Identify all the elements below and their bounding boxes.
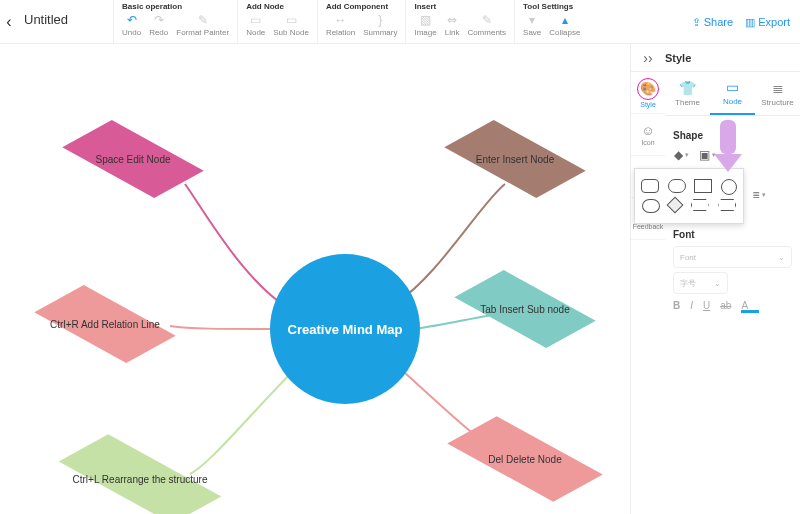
node-enter-insert[interactable]: Enter Insert Node [450, 124, 580, 194]
tab-theme[interactable]: 👕Theme [665, 72, 710, 115]
center-node[interactable]: Creative Mind Map [270, 254, 420, 404]
shape-rounded-rect[interactable] [641, 179, 659, 193]
node-del[interactable]: Del Delete Node [450, 424, 600, 494]
toolbar-rel[interactable]: ↔Relation [326, 13, 355, 37]
shape-picker-button[interactable]: ▣ [699, 147, 715, 163]
sidetab-icon[interactable]: ☺Icon [631, 114, 665, 156]
toolbar-img[interactable]: ▧Image [414, 13, 436, 37]
toolbar-sum[interactable]: }Summary [363, 13, 397, 37]
toolbar-col[interactable]: ▴Collapse [549, 13, 580, 37]
tutorial-arrow [720, 120, 742, 172]
node-add-relation[interactable]: Ctrl+R Add Relation Line [40, 289, 170, 359]
export-button[interactable]: ▥ Export [745, 16, 790, 29]
toolbar-link[interactable]: ⇔Link [445, 13, 460, 37]
bold-button[interactable]: B [673, 300, 680, 313]
node-rearrange[interactable]: Ctrl+L Rearrange the structure [60, 444, 220, 514]
font-size-select[interactable]: 字号⌄ [673, 272, 728, 294]
section-font: Font [673, 229, 792, 240]
shape-circle[interactable] [721, 179, 737, 195]
font-color-button[interactable]: A [741, 300, 759, 313]
node-space-edit[interactable]: Space Edit Node [68, 124, 198, 194]
toolbar-node[interactable]: ▭Node [246, 13, 265, 37]
mindmap-canvas[interactable]: Creative Mind Map Space Edit Node Ctrl+R… [0, 44, 630, 514]
collapse-panel-button[interactable]: ›› [631, 50, 665, 66]
shape-pill[interactable] [668, 179, 686, 193]
tab-node[interactable]: ▭Node [710, 72, 755, 115]
shape-diamond[interactable] [667, 197, 684, 214]
right-panel: ›› Style 🎨Style☺Icon↺History🔧Feedback 👕T… [630, 44, 800, 514]
toolbar-subnode[interactable]: ▭Sub Node [273, 13, 309, 37]
sidetab-style[interactable]: 🎨Style [631, 72, 665, 114]
tab-structure[interactable]: ≣Structure [755, 72, 800, 115]
italic-button[interactable]: I [690, 300, 693, 313]
fill-color-button[interactable]: ◆ [673, 147, 689, 163]
node-tab-sub[interactable]: Tab Insert Sub node [460, 274, 590, 344]
toolbar-com[interactable]: ✎Comments [467, 13, 506, 37]
shape-hexagon[interactable] [691, 199, 709, 211]
share-button[interactable]: ⇪ Share [692, 16, 733, 29]
toolbar-redo[interactable]: ↷Redo [149, 13, 168, 37]
underline-button[interactable]: U [703, 300, 710, 313]
shape-popup [634, 168, 744, 224]
shape-rect[interactable] [694, 179, 712, 193]
font-family-select[interactable]: Font⌄ [673, 246, 792, 268]
strike-button[interactable]: ab [720, 300, 731, 313]
document-title[interactable]: Untitled [18, 0, 113, 39]
toolbar-save[interactable]: ▾Save [523, 13, 541, 37]
toolbar-fmt[interactable]: ✎Format Painter [176, 13, 229, 37]
back-button[interactable]: ‹ [0, 0, 18, 44]
align-button[interactable]: ≡ [751, 187, 767, 203]
panel-title: Style [665, 52, 691, 64]
shape-ellipse[interactable] [642, 199, 660, 213]
toolbar-undo[interactable]: ↶Undo [122, 13, 141, 37]
shape-hexagon2[interactable] [718, 199, 736, 211]
